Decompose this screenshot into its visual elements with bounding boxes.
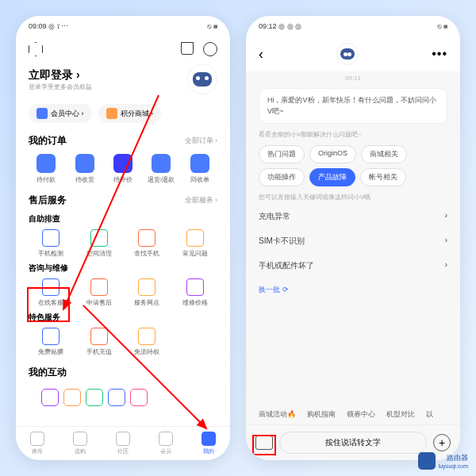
interact-item[interactable]	[63, 389, 81, 406]
interact-item[interactable]	[108, 389, 125, 406]
question-row[interactable]: 充电异常›	[246, 205, 460, 229]
settings-icon[interactable]	[29, 42, 43, 56]
category-chip[interactable]: 产品故障	[309, 168, 355, 186]
cart-icon[interactable]	[181, 42, 194, 55]
hint-text: 看看全能的小V都能解决什么问题吧~	[246, 127, 460, 142]
hint-text: 您可以直接输入关键词或像这样问小V哦	[246, 190, 460, 205]
service-item[interactable]: 空间清理	[77, 229, 122, 258]
phone-right: 09:12 ◎ ◎ ◎ ⎋ ▦ ‹ ••• 09:11 Hi，亲爱的V粉，新年快…	[246, 16, 460, 460]
service-item[interactable]: 在线客服	[29, 278, 74, 307]
order-item[interactable]: 待付款	[29, 154, 63, 184]
service-item[interactable]: 免流特权	[125, 328, 170, 356]
watermark: 路由器luyouqi.com	[418, 452, 468, 470]
interact-item[interactable]	[86, 389, 103, 406]
interact-section: 我的互动	[16, 361, 230, 414]
service-item[interactable]: 查找手机	[125, 229, 170, 258]
interact-item[interactable]	[41, 389, 59, 406]
tab-0[interactable]: 推荐	[16, 432, 59, 455]
plus-button[interactable]: +	[433, 434, 451, 451]
category-chip[interactable]: OriginOS	[309, 145, 356, 163]
all-services-link[interactable]: 全部服务 ›	[185, 195, 218, 205]
login-subtitle: 登录享受更多会员权益	[29, 83, 92, 91]
chat-header: ‹ •••	[246, 36, 460, 71]
suggestion-item[interactable]: 领券中心	[347, 409, 375, 420]
question-row[interactable]: 手机或配件坏了›	[246, 254, 460, 278]
status-bar: 09:12 ◎ ◎ ◎ ⎋ ▦	[246, 16, 460, 36]
service-item[interactable]: 常见问题	[173, 229, 218, 258]
service-icon[interactable]	[203, 42, 217, 56]
login-row[interactable]: 立即登录 › 登录享受更多会员权益	[16, 61, 230, 98]
tab-1[interactable]: 选购	[59, 432, 102, 455]
all-orders-link[interactable]: 全部订单 ›	[185, 136, 218, 146]
service-item[interactable]: 服务网点	[125, 278, 170, 307]
status-bar: 09:09 ◎ ⟟ ⋯ ⎋ ▦	[16, 16, 230, 37]
suggestion-item[interactable]: 以	[426, 409, 433, 420]
category-chips: 热门问题OriginOS商城相关功能操作产品故障帐号相关	[246, 142, 460, 190]
service-item[interactable]: 申请售后	[77, 278, 122, 307]
orders-section: 我的订单全部订单 › 待付款待收货待评价退货/退款回收单	[16, 129, 230, 189]
suggestion-row[interactable]: 商城活动🔥购机指南领券中心机型对比以	[246, 405, 460, 424]
category-chip[interactable]: 热门问题	[259, 145, 305, 163]
order-item[interactable]: 待收货	[67, 154, 102, 184]
service-item[interactable]: 维修价格	[173, 278, 218, 307]
category-chip[interactable]: 商城相关	[361, 145, 407, 163]
suggestion-item[interactable]: 机型对比	[386, 409, 415, 420]
member-center-pill[interactable]: 会员中心 ›	[29, 104, 92, 123]
header	[16, 37, 230, 61]
question-row[interactable]: SIM卡不识别›	[246, 229, 460, 254]
phone-left: 09:09 ◎ ⟟ ⋯ ⎋ ▦ 立即登录 › 登录享受更多会员权益 会员中心 ›…	[16, 16, 230, 460]
suggestion-item[interactable]: 商城活动🔥	[259, 409, 296, 420]
back-button[interactable]: ‹	[259, 46, 263, 63]
quick-pills: 会员中心 › 积分商城 ›	[16, 98, 230, 129]
refresh-link[interactable]: 换一批 ⟳	[246, 278, 460, 301]
interact-item[interactable]	[130, 389, 148, 406]
order-item[interactable]: 退货/退款	[144, 154, 178, 184]
category-chip[interactable]: 功能操作	[259, 168, 305, 186]
tab-4[interactable]: 我的	[187, 432, 230, 455]
service-item[interactable]: 免费贴膜	[29, 328, 74, 356]
service-item[interactable]: 手机充值	[77, 328, 122, 356]
keyboard-icon[interactable]	[255, 436, 273, 450]
voice-input-button[interactable]: 按住说话转文字	[279, 432, 427, 454]
points-mall-pill[interactable]: 积分商城 ›	[98, 104, 162, 123]
service-item[interactable]: 手机检测	[29, 229, 74, 258]
category-chip[interactable]: 帐号相关	[360, 168, 406, 186]
login-title[interactable]: 立即登录 ›	[29, 68, 92, 83]
bot-avatar	[336, 43, 359, 65]
order-item[interactable]: 回收单	[182, 154, 217, 184]
timestamp: 09:11	[246, 71, 460, 85]
suggestion-item[interactable]: 购机指南	[307, 409, 336, 420]
tabbar: 推荐选购社区会员我的	[16, 426, 230, 460]
tab-3[interactable]: 会员	[144, 432, 187, 455]
greeting-bubble: Hi，亲爱的V粉，新年快乐！有什么问题，不妨问问小V吧~	[259, 88, 447, 124]
order-item[interactable]: 待评价	[106, 154, 140, 184]
tab-2[interactable]: 社区	[102, 432, 144, 455]
avatar[interactable]	[187, 64, 217, 94]
aftersale-section: 售后服务全部服务 › 自助排查 手机检测空间清理查找手机常见问题 咨询与维修 在…	[16, 189, 230, 361]
more-button[interactable]: •••	[432, 47, 447, 61]
